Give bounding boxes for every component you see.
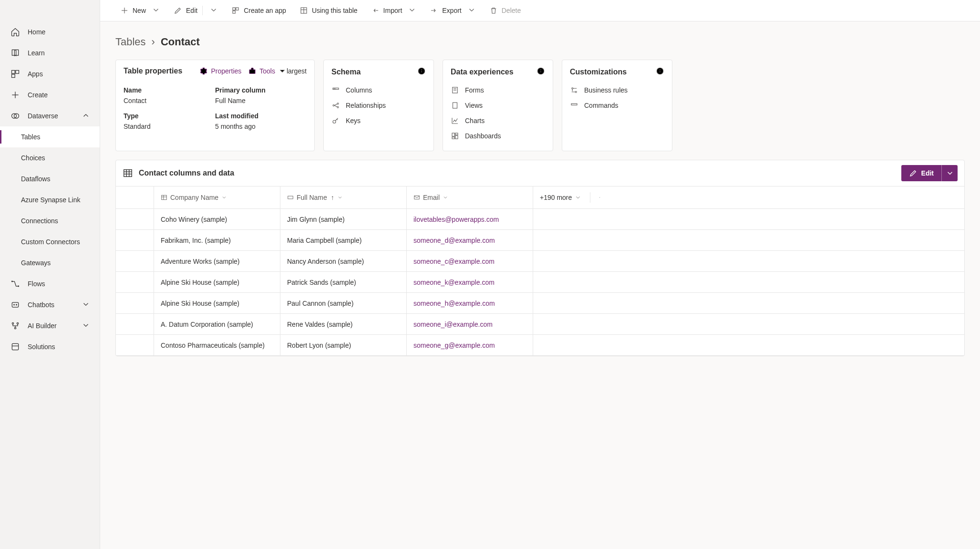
cell-fullname[interactable]: Maria Campbell (sample): [280, 230, 407, 251]
nav-gateways[interactable]: Gateways: [0, 252, 100, 273]
chevron-down-icon: [82, 321, 90, 331]
export-button[interactable]: Export: [424, 0, 481, 21]
email-link[interactable]: someone_h@example.com: [413, 300, 495, 307]
nav-connections[interactable]: Connections: [0, 210, 100, 231]
cell-email[interactable]: someone_c@example.com: [407, 251, 533, 272]
import-button[interactable]: Import: [365, 0, 423, 21]
nav-ai-builder[interactable]: AI Builder: [0, 315, 100, 336]
cell-company[interactable]: Adventure Works (sample): [154, 251, 280, 272]
nav-choices[interactable]: Choices: [0, 147, 100, 168]
email-link[interactable]: someone_c@example.com: [413, 258, 495, 265]
commands-link[interactable]: Commands: [570, 101, 664, 110]
nav-apps[interactable]: Apps: [0, 63, 100, 84]
email-link[interactable]: ilovetables@powerapps.com: [413, 216, 499, 223]
tools-link[interactable]: Tools: [248, 67, 287, 75]
data-grid-card: Contact columns and data Edit: [115, 160, 965, 356]
header-label: Email: [423, 194, 440, 201]
email-link[interactable]: someone_k@example.com: [413, 279, 495, 286]
cell-email[interactable]: someone_h@example.com: [407, 293, 533, 314]
cell-email[interactable]: someone_k@example.com: [407, 272, 533, 293]
link-label: Commands: [584, 102, 619, 109]
cell-fullname[interactable]: Rene Valdes (sample): [280, 314, 407, 335]
nav-chatbots[interactable]: Chatbots: [0, 294, 100, 315]
chevron-down-icon[interactable]: [209, 6, 218, 16]
nav-learn[interactable]: Learn: [0, 42, 100, 63]
cell-company[interactable]: Alpine Ski House (sample): [154, 293, 280, 314]
svg-text:Abc: Abc: [334, 88, 337, 90]
email-link[interactable]: someone_d@example.com: [413, 237, 495, 244]
info-icon[interactable]: [656, 67, 664, 77]
nav-tables[interactable]: Tables: [0, 126, 100, 147]
schema-columns-link[interactable]: Abc Columns: [331, 86, 426, 94]
nav-solutions[interactable]: Solutions: [0, 336, 100, 357]
nav-home[interactable]: Home: [0, 21, 100, 42]
info-icon[interactable]: [417, 67, 426, 77]
column-header-company[interactable]: Company Name: [154, 186, 280, 209]
row-selector-header[interactable]: [116, 186, 154, 209]
breadcrumb-root[interactable]: Tables: [115, 36, 146, 48]
command-bar: New Edit Create an app Using this table …: [100, 0, 980, 21]
cell-fullname[interactable]: Jim Glynn (sample): [280, 209, 407, 230]
delete-button: Delete: [484, 0, 526, 21]
row-selector[interactable]: [116, 335, 154, 356]
svg-rect-66: [288, 196, 293, 199]
charts-link[interactable]: Charts: [451, 116, 545, 125]
svg-point-17: [14, 327, 16, 329]
nav-synapse[interactable]: Azure Synapse Link: [0, 189, 100, 210]
cell-company[interactable]: Fabrikam, Inc. (sample): [154, 230, 280, 251]
sidebar: Home Learn Apps Create Dataverse Tables …: [0, 0, 100, 549]
more-columns-button[interactable]: +190 more: [540, 194, 581, 201]
cell-fullname[interactable]: Robert Lyon (sample): [280, 335, 407, 356]
create-app-button[interactable]: Create an app: [226, 0, 292, 21]
email-link[interactable]: someone_i@example.com: [413, 321, 493, 328]
cell-company[interactable]: A. Datum Corporation (sample): [154, 314, 280, 335]
column-header-email[interactable]: Email: [407, 186, 533, 209]
cell-blank: [533, 335, 964, 356]
edit-split-dropdown[interactable]: [941, 165, 958, 181]
cell-fullname[interactable]: Patrick Sands (sample): [280, 272, 407, 293]
schema-keys-link[interactable]: Keys: [331, 116, 426, 125]
cell-company[interactable]: Contoso Pharmaceuticals (sample): [154, 335, 280, 356]
cell-blank: [533, 314, 964, 335]
dashboards-link[interactable]: Dashboards: [451, 132, 545, 140]
nav-dataverse[interactable]: Dataverse: [0, 105, 100, 126]
row-selector[interactable]: [116, 230, 154, 251]
cell-company[interactable]: Coho Winery (sample): [154, 209, 280, 230]
views-link[interactable]: Views: [451, 101, 545, 110]
cell-fullname[interactable]: Paul Cannon (sample): [280, 293, 407, 314]
cell-fullname[interactable]: Nancy Anderson (sample): [280, 251, 407, 272]
cell-email[interactable]: someone_i@example.com: [407, 314, 533, 335]
schema-relationships-link[interactable]: Relationships: [331, 101, 426, 110]
info-icon[interactable]: [536, 67, 545, 77]
cell-email[interactable]: ilovetables@powerapps.com: [407, 209, 533, 230]
button-label: Edit: [921, 169, 934, 177]
cell-email[interactable]: someone_g@example.com: [407, 335, 533, 356]
new-button[interactable]: New: [114, 0, 166, 21]
hamburger-button[interactable]: [0, 0, 100, 21]
data-experiences-card: Data experiences Forms Views: [443, 60, 553, 151]
edit-data-button[interactable]: Edit: [901, 165, 941, 181]
row-selector[interactable]: [116, 293, 154, 314]
cell-company[interactable]: Alpine Ski House (sample): [154, 272, 280, 293]
row-selector[interactable]: [116, 251, 154, 272]
apps-icon: [10, 68, 21, 80]
row-selector[interactable]: [116, 209, 154, 230]
edit-button[interactable]: Edit: [168, 0, 224, 21]
using-table-button[interactable]: Using this table: [294, 0, 363, 21]
nav-dataflows[interactable]: Dataflows: [0, 168, 100, 189]
business-rules-link[interactable]: Business rules: [570, 86, 664, 94]
email-link[interactable]: someone_g@example.com: [413, 342, 495, 349]
add-column-button[interactable]: [590, 192, 600, 203]
chevron-down-icon: [443, 195, 448, 200]
svg-rect-18: [12, 343, 18, 350]
column-header-fullname[interactable]: Full Name ↑: [280, 186, 407, 209]
nav-custom-connectors[interactable]: Custom Connectors: [0, 231, 100, 252]
cell-email[interactable]: someone_d@example.com: [407, 230, 533, 251]
properties-link[interactable]: Properties: [199, 67, 241, 75]
row-selector[interactable]: [116, 272, 154, 293]
forms-link[interactable]: Forms: [451, 86, 545, 94]
nav-create[interactable]: Create: [0, 84, 100, 105]
row-selector[interactable]: [116, 314, 154, 335]
nav-flows[interactable]: Flows: [0, 273, 100, 294]
svg-point-53: [572, 88, 573, 89]
